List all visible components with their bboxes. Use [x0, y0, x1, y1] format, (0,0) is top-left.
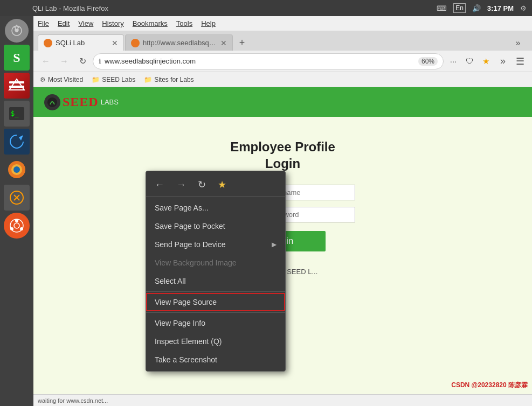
- language-indicator: En: [453, 3, 466, 13]
- arrow-icon: ▶: [272, 241, 277, 248]
- system-taskbar: QLi Lab - Mozilla Firefox ⌨ En 🔊 3:17 PM…: [0, 0, 532, 16]
- ctx-view-background-image: View Background Image: [146, 254, 285, 272]
- more-button[interactable]: ···: [446, 54, 461, 69]
- settings-icon[interactable]: ⚙: [520, 4, 527, 12]
- address-bar[interactable]: ℹ www.seedlabsqlinjection.com 60%: [93, 53, 444, 69]
- menu-file[interactable]: File: [38, 19, 49, 27]
- nav-actions: ··· 🛡 ★: [446, 54, 493, 69]
- forward-button[interactable]: →: [56, 53, 72, 69]
- ctx-save-page-as[interactable]: Save Page As...: [146, 199, 285, 217]
- menu-edit[interactable]: Edit: [58, 19, 70, 27]
- watermark: CSDN @20232820 陈彦霖: [451, 381, 528, 390]
- svg-point-12: [15, 219, 18, 222]
- separator-1: [146, 291, 285, 292]
- star-button[interactable]: ★: [478, 54, 493, 69]
- svg-text:$_: $_: [11, 110, 19, 117]
- keyboard-icon: ⌨: [437, 4, 447, 12]
- login-title: Employee Profile Login: [230, 138, 335, 172]
- ctx-star-button[interactable]: ★: [217, 178, 227, 192]
- tab-close-2[interactable]: ✕: [220, 39, 227, 47]
- bookmark-sites-for-labs-label: Sites for Labs: [154, 76, 194, 83]
- labs-text: LABS: [101, 98, 119, 106]
- separator-2: [146, 312, 285, 313]
- new-tab-button[interactable]: +: [234, 34, 250, 51]
- sidebar-icon-ubuntu[interactable]: [4, 213, 30, 239]
- sidebar-icon-firefox[interactable]: [4, 157, 30, 183]
- left-sidebar: S $_: [0, 16, 33, 406]
- seed-text: SEED: [63, 95, 99, 109]
- menu-tools[interactable]: Tools: [176, 19, 192, 27]
- bookmark-folder-icon-2: 📁: [144, 76, 152, 83]
- status-text: waiting for www.csdn.net...: [38, 397, 108, 404]
- sidebar-icon-terminal[interactable]: $_: [4, 101, 30, 127]
- context-menu-nav: ← → ↻ ★: [146, 173, 285, 197]
- svg-rect-2: [9, 81, 24, 83]
- bookmark-seed-labs-label: SEED Labs: [102, 76, 135, 83]
- volume-icon: 🔊: [472, 4, 481, 12]
- menu-bookmarks[interactable]: Bookmarks: [133, 19, 168, 27]
- menu-history[interactable]: History: [102, 19, 123, 27]
- tab-scroll-right[interactable]: »: [495, 54, 510, 69]
- ctx-view-page-info[interactable]: View Page Info: [146, 314, 285, 332]
- tab-label-2: http://www.seedlabsqlinje...: [143, 39, 217, 47]
- context-menu: ← → ↻ ★ Save Page As... Save Page to Poc…: [146, 171, 286, 372]
- tab-seedlab[interactable]: http://www.seedlabsqlinje... ✕: [125, 34, 233, 51]
- ctx-back-button[interactable]: ←: [154, 178, 165, 192]
- sidebar-icon-settings[interactable]: [5, 19, 29, 43]
- sidebar-icon-wireshark[interactable]: [4, 129, 30, 155]
- lock-icon: ℹ: [99, 58, 101, 65]
- ctx-select-all[interactable]: Select All: [146, 272, 285, 290]
- ctx-take-screenshot[interactable]: Take a Screenshot: [146, 351, 285, 369]
- tab-favicon-2: [131, 39, 140, 47]
- url-text: www.seedlabsqlinjection.com: [105, 57, 415, 65]
- tab-sqli-lab[interactable]: SQLi Lab ✕: [38, 34, 124, 51]
- ctx-save-to-pocket[interactable]: Save Page to Pocket: [146, 217, 285, 235]
- page-header: SEEDLABS: [33, 87, 532, 117]
- svg-point-14: [20, 227, 23, 230]
- browser-title: QLi Lab - Mozilla Firefox: [32, 4, 108, 12]
- menu-help[interactable]: Help: [201, 19, 216, 27]
- ctx-send-to-device[interactable]: Send Page to Device ▶: [146, 235, 285, 254]
- status-bar: waiting for www.csdn.net...: [33, 394, 532, 406]
- tab-scroll-button[interactable]: »: [510, 36, 526, 51]
- bookmark-most-visited-label: Most Visited: [48, 76, 83, 83]
- hamburger-menu[interactable]: ☰: [513, 54, 528, 69]
- svg-point-13: [10, 227, 13, 230]
- tab-label-1: SQLi Lab: [56, 39, 85, 47]
- pocket-button[interactable]: 🛡: [462, 54, 477, 69]
- bookmarks-bar: ⚙ Most Visited 📁 SEED Labs 📁 Sites for L…: [33, 72, 532, 87]
- refresh-button[interactable]: ↻: [74, 53, 91, 69]
- browser-window: File Edit View History Bookmarks Tools H…: [33, 16, 532, 406]
- zoom-level[interactable]: 60%: [418, 57, 438, 66]
- sidebar-icon-s[interactable]: S: [4, 45, 30, 71]
- bookmark-star-icon: ⚙: [40, 76, 46, 83]
- back-button[interactable]: ←: [38, 53, 54, 69]
- svg-marker-4: [9, 79, 24, 90]
- tab-bar: SQLi Lab ✕ http://www.seedlabsqlinje... …: [33, 31, 532, 51]
- tab-favicon-1: [44, 39, 52, 47]
- sidebar-icon-red[interactable]: [4, 73, 30, 99]
- tab-close-1[interactable]: ✕: [112, 39, 118, 47]
- bookmark-folder-icon-1: 📁: [92, 76, 100, 83]
- ctx-view-page-source[interactable]: View Page Source: [146, 293, 285, 311]
- system-time: 3:17 PM: [487, 4, 514, 12]
- ctx-refresh-button[interactable]: ↻: [197, 178, 207, 192]
- sidebar-icon-tools[interactable]: [4, 185, 30, 211]
- svg-point-9: [13, 166, 20, 173]
- seed-logo-icon: [44, 94, 60, 110]
- seed-logo: SEEDLABS: [44, 94, 119, 110]
- menu-view[interactable]: View: [78, 19, 93, 27]
- bookmark-seed-labs[interactable]: 📁 SEED Labs: [89, 75, 137, 85]
- nav-bar: ← → ↻ ℹ www.seedlabsqlinjection.com 60% …: [33, 51, 532, 72]
- ctx-forward-button[interactable]: →: [175, 178, 187, 192]
- page-content: SEEDLABS Employee Profile Login USERNAME…: [33, 87, 532, 394]
- ctx-inspect-element[interactable]: Inspect Element (Q): [146, 332, 285, 351]
- bookmark-sites-for-labs[interactable]: 📁 Sites for Labs: [142, 75, 196, 85]
- bookmark-most-visited[interactable]: ⚙ Most Visited: [38, 75, 85, 85]
